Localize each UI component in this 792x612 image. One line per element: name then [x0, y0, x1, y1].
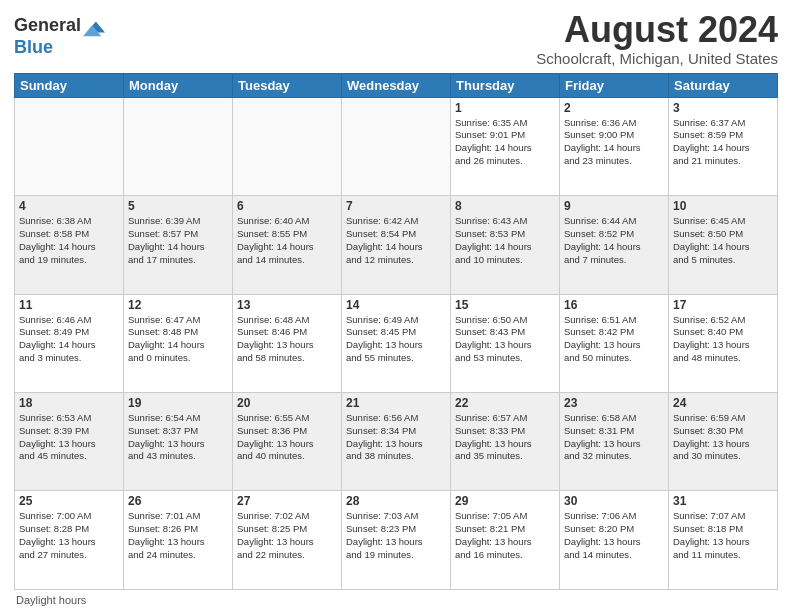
day-info: Sunrise: 6:56 AM Sunset: 8:34 PM Dayligh… [346, 412, 446, 463]
day-number: 8 [455, 199, 555, 213]
day-info: Sunrise: 6:59 AM Sunset: 8:30 PM Dayligh… [673, 412, 773, 463]
calendar-cell: 13Sunrise: 6:48 AM Sunset: 8:46 PM Dayli… [233, 294, 342, 392]
logo-text: General Blue [14, 14, 105, 58]
calendar-cell: 20Sunrise: 6:55 AM Sunset: 8:36 PM Dayli… [233, 393, 342, 491]
day-number: 16 [564, 298, 664, 312]
day-number: 10 [673, 199, 773, 213]
day-info: Sunrise: 7:05 AM Sunset: 8:21 PM Dayligh… [455, 510, 555, 561]
day-number: 14 [346, 298, 446, 312]
day-number: 11 [19, 298, 119, 312]
day-info: Sunrise: 6:48 AM Sunset: 8:46 PM Dayligh… [237, 314, 337, 365]
day-info: Sunrise: 6:36 AM Sunset: 9:00 PM Dayligh… [564, 117, 664, 168]
day-number: 24 [673, 396, 773, 410]
calendar-header-wednesday: Wednesday [342, 73, 451, 97]
calendar-cell: 22Sunrise: 6:57 AM Sunset: 8:33 PM Dayli… [451, 393, 560, 491]
day-info: Sunrise: 6:35 AM Sunset: 9:01 PM Dayligh… [455, 117, 555, 168]
day-info: Sunrise: 6:50 AM Sunset: 8:43 PM Dayligh… [455, 314, 555, 365]
day-number: 4 [19, 199, 119, 213]
main-title: August 2024 [536, 10, 778, 50]
day-number: 30 [564, 494, 664, 508]
calendar-header-friday: Friday [560, 73, 669, 97]
calendar-cell [233, 97, 342, 195]
calendar-week-row: 1Sunrise: 6:35 AM Sunset: 9:01 PM Daylig… [15, 97, 778, 195]
calendar-cell: 8Sunrise: 6:43 AM Sunset: 8:53 PM Daylig… [451, 196, 560, 294]
day-number: 29 [455, 494, 555, 508]
calendar-cell: 24Sunrise: 6:59 AM Sunset: 8:30 PM Dayli… [669, 393, 778, 491]
day-info: Sunrise: 6:39 AM Sunset: 8:57 PM Dayligh… [128, 215, 228, 266]
page: General Blue August 2024 Schoolcraft, Mi… [0, 0, 792, 612]
calendar-header-row: SundayMondayTuesdayWednesdayThursdayFrid… [15, 73, 778, 97]
calendar-cell: 16Sunrise: 6:51 AM Sunset: 8:42 PM Dayli… [560, 294, 669, 392]
calendar-cell: 26Sunrise: 7:01 AM Sunset: 8:26 PM Dayli… [124, 491, 233, 590]
day-number: 3 [673, 101, 773, 115]
logo-icon [83, 16, 105, 38]
day-info: Sunrise: 6:55 AM Sunset: 8:36 PM Dayligh… [237, 412, 337, 463]
day-number: 21 [346, 396, 446, 410]
day-info: Sunrise: 6:38 AM Sunset: 8:58 PM Dayligh… [19, 215, 119, 266]
calendar-cell: 11Sunrise: 6:46 AM Sunset: 8:49 PM Dayli… [15, 294, 124, 392]
calendar-week-row: 25Sunrise: 7:00 AM Sunset: 8:28 PM Dayli… [15, 491, 778, 590]
calendar-cell: 21Sunrise: 6:56 AM Sunset: 8:34 PM Dayli… [342, 393, 451, 491]
calendar-week-row: 18Sunrise: 6:53 AM Sunset: 8:39 PM Dayli… [15, 393, 778, 491]
day-number: 25 [19, 494, 119, 508]
day-info: Sunrise: 6:42 AM Sunset: 8:54 PM Dayligh… [346, 215, 446, 266]
day-info: Sunrise: 7:01 AM Sunset: 8:26 PM Dayligh… [128, 510, 228, 561]
day-info: Sunrise: 7:03 AM Sunset: 8:23 PM Dayligh… [346, 510, 446, 561]
day-info: Sunrise: 7:06 AM Sunset: 8:20 PM Dayligh… [564, 510, 664, 561]
calendar-cell [342, 97, 451, 195]
calendar-week-row: 4Sunrise: 6:38 AM Sunset: 8:58 PM Daylig… [15, 196, 778, 294]
logo-blue: Blue [14, 38, 105, 58]
day-number: 20 [237, 396, 337, 410]
day-number: 26 [128, 494, 228, 508]
calendar-cell: 10Sunrise: 6:45 AM Sunset: 8:50 PM Dayli… [669, 196, 778, 294]
calendar: SundayMondayTuesdayWednesdayThursdayFrid… [14, 73, 778, 590]
day-number: 1 [455, 101, 555, 115]
calendar-header-sunday: Sunday [15, 73, 124, 97]
daylight-label: Daylight hours [16, 594, 86, 606]
calendar-cell: 2Sunrise: 6:36 AM Sunset: 9:00 PM Daylig… [560, 97, 669, 195]
calendar-cell: 14Sunrise: 6:49 AM Sunset: 8:45 PM Dayli… [342, 294, 451, 392]
footer: Daylight hours [14, 594, 778, 606]
day-info: Sunrise: 6:47 AM Sunset: 8:48 PM Dayligh… [128, 314, 228, 365]
day-info: Sunrise: 6:57 AM Sunset: 8:33 PM Dayligh… [455, 412, 555, 463]
day-number: 18 [19, 396, 119, 410]
logo-general: General [14, 16, 81, 36]
calendar-cell: 19Sunrise: 6:54 AM Sunset: 8:37 PM Dayli… [124, 393, 233, 491]
calendar-header-saturday: Saturday [669, 73, 778, 97]
calendar-cell: 15Sunrise: 6:50 AM Sunset: 8:43 PM Dayli… [451, 294, 560, 392]
day-info: Sunrise: 6:46 AM Sunset: 8:49 PM Dayligh… [19, 314, 119, 365]
day-number: 9 [564, 199, 664, 213]
calendar-cell: 1Sunrise: 6:35 AM Sunset: 9:01 PM Daylig… [451, 97, 560, 195]
calendar-cell: 17Sunrise: 6:52 AM Sunset: 8:40 PM Dayli… [669, 294, 778, 392]
calendar-cell: 4Sunrise: 6:38 AM Sunset: 8:58 PM Daylig… [15, 196, 124, 294]
calendar-cell [124, 97, 233, 195]
header: General Blue August 2024 Schoolcraft, Mi… [14, 10, 778, 67]
day-number: 28 [346, 494, 446, 508]
day-number: 27 [237, 494, 337, 508]
day-info: Sunrise: 6:43 AM Sunset: 8:53 PM Dayligh… [455, 215, 555, 266]
day-number: 31 [673, 494, 773, 508]
calendar-cell: 23Sunrise: 6:58 AM Sunset: 8:31 PM Dayli… [560, 393, 669, 491]
calendar-cell [15, 97, 124, 195]
day-number: 15 [455, 298, 555, 312]
calendar-cell: 5Sunrise: 6:39 AM Sunset: 8:57 PM Daylig… [124, 196, 233, 294]
day-number: 6 [237, 199, 337, 213]
calendar-cell: 6Sunrise: 6:40 AM Sunset: 8:55 PM Daylig… [233, 196, 342, 294]
day-number: 17 [673, 298, 773, 312]
day-number: 22 [455, 396, 555, 410]
day-info: Sunrise: 6:53 AM Sunset: 8:39 PM Dayligh… [19, 412, 119, 463]
calendar-header-thursday: Thursday [451, 73, 560, 97]
calendar-cell: 29Sunrise: 7:05 AM Sunset: 8:21 PM Dayli… [451, 491, 560, 590]
day-number: 13 [237, 298, 337, 312]
day-info: Sunrise: 6:58 AM Sunset: 8:31 PM Dayligh… [564, 412, 664, 463]
day-number: 23 [564, 396, 664, 410]
subtitle: Schoolcraft, Michigan, United States [536, 50, 778, 67]
calendar-cell: 9Sunrise: 6:44 AM Sunset: 8:52 PM Daylig… [560, 196, 669, 294]
day-info: Sunrise: 7:02 AM Sunset: 8:25 PM Dayligh… [237, 510, 337, 561]
day-info: Sunrise: 6:44 AM Sunset: 8:52 PM Dayligh… [564, 215, 664, 266]
day-number: 5 [128, 199, 228, 213]
day-number: 12 [128, 298, 228, 312]
calendar-cell: 27Sunrise: 7:02 AM Sunset: 8:25 PM Dayli… [233, 491, 342, 590]
day-info: Sunrise: 6:37 AM Sunset: 8:59 PM Dayligh… [673, 117, 773, 168]
calendar-cell: 28Sunrise: 7:03 AM Sunset: 8:23 PM Dayli… [342, 491, 451, 590]
